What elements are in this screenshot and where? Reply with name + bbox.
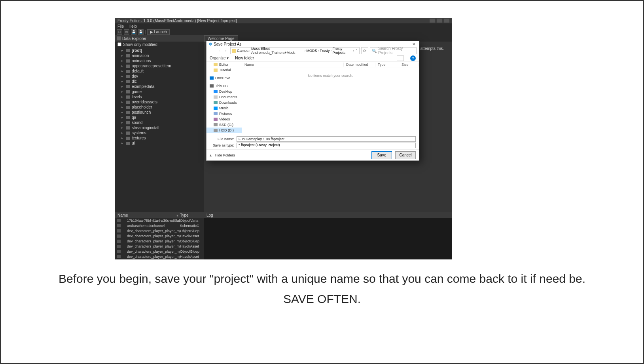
breadcrumb-segment[interactable]: Games — [237, 49, 248, 53]
title-bar: Frosty Editor - 1.0.0 (MassEffectAndrome… — [115, 18, 452, 23]
column-name[interactable]: Name — [115, 213, 176, 217]
sidebar-item[interactable]: Downloads — [206, 100, 242, 105]
dialog-footer: ▴ Hide Folders Save Cancel — [206, 149, 419, 160]
asset-row[interactable]: dev_characters_player_player_mp_humanHav… — [115, 244, 204, 249]
column-dropdown-icon[interactable]: ▾ — [176, 213, 180, 217]
breadcrumb-segment[interactable]: Frosty Projects — [332, 47, 352, 55]
save-type-label: Save as type: — [210, 143, 234, 147]
dialog-close-button[interactable]: ✕ — [411, 42, 417, 46]
dialog-nav: ← → ↑ Games›Mass Effect Andromeda_Traine… — [206, 47, 419, 55]
log-header: Log — [204, 212, 452, 218]
save-button[interactable]: Save — [371, 151, 392, 159]
sidebar-item[interactable]: Documents — [206, 94, 242, 100]
forward-button[interactable]: → — [216, 48, 222, 53]
col-type[interactable]: Type — [375, 63, 399, 67]
menu-bar: File Help — [115, 23, 452, 29]
column-type[interactable]: Type — [180, 213, 204, 217]
tree-item[interactable]: ▸appearancepresetitem — [115, 63, 204, 69]
sidebar-item[interactable]: Music — [206, 105, 242, 111]
tree-item[interactable]: ▸animations — [115, 58, 204, 63]
tree-item[interactable]: ▸textures — [115, 135, 204, 141]
save-icon[interactable]: 💾 — [131, 29, 136, 35]
tree-item[interactable]: ▸dlc — [115, 79, 204, 84]
col-date[interactable]: Date modified — [344, 63, 375, 67]
col-size[interactable]: Size — [399, 63, 419, 67]
show-only-modified-input[interactable] — [117, 42, 121, 46]
slide-caption: Before you begin, save your "project" wi… — [1, 269, 643, 309]
help-button[interactable]: ? — [410, 55, 416, 61]
chevron-up-icon[interactable]: ▴ — [210, 153, 212, 157]
asset-list[interactable]: 17b104aa-75bf-41a4-a30c-ed0fab2c57a8_Obj… — [115, 218, 204, 259]
breadcrumb-segment[interactable]: Mass Effect Andromeda_Trainers+Mods — [251, 47, 303, 55]
tree-item[interactable]: ▸[root] — [115, 48, 204, 53]
sidebar-item[interactable]: This PC — [206, 83, 242, 89]
close-button[interactable] — [444, 19, 449, 23]
menu-file[interactable]: File — [117, 24, 124, 29]
sidebar-item[interactable]: Editor — [206, 62, 242, 67]
tree-item[interactable]: ▸placeholder — [115, 105, 204, 110]
tree-item[interactable]: ▸exampledata — [115, 84, 204, 89]
refresh-button[interactable]: ⟳ — [361, 47, 368, 54]
sidebar-item[interactable]: HDD (D:) — [206, 128, 242, 133]
tree-item[interactable]: ▸sound — [115, 120, 204, 125]
tree-item[interactable]: ▸overrideassets — [115, 99, 204, 105]
show-only-modified-checkbox[interactable]: Show only modified — [115, 42, 204, 47]
dialog-title: Save Project As — [214, 42, 411, 46]
sidebar-item[interactable]: SSD (C:) — [206, 122, 242, 128]
open-icon[interactable]: ▭ — [124, 29, 129, 35]
dialog-sidebar[interactable]: EditorTutorialOneDriveThis PCDesktopDocu… — [206, 62, 242, 135]
asset-row[interactable]: dev_characters_player_player_mp_humanObj… — [115, 249, 204, 254]
sidebar-item[interactable]: Pictures — [206, 111, 242, 116]
organize-menu[interactable]: Organize ▾ — [210, 56, 229, 60]
toolbar: □ ▭ 💾 💾 ▶ Launch — [115, 29, 452, 35]
asset-list-panel: Name ▾ Type 17b104aa-75bf-41a4-a30c-ed0f… — [115, 212, 204, 259]
maximize-button[interactable] — [437, 19, 442, 23]
file-list-empty: No items match your search. — [242, 67, 419, 135]
breadcrumb-segment[interactable]: MODS — [306, 49, 317, 53]
file-name-label: File name: — [210, 137, 234, 141]
tree-item[interactable]: ▸ui — [115, 141, 204, 146]
sidebar-item[interactable]: Videos — [206, 116, 242, 122]
database-icon — [117, 36, 121, 40]
menu-help[interactable]: Help — [129, 24, 137, 29]
tree-item[interactable]: ▸systems — [115, 130, 204, 135]
breadcrumb-segment[interactable]: Frosty — [320, 49, 330, 53]
asset-row[interactable]: dev_characters_player_player_mp_angaraOb… — [115, 228, 204, 233]
file-name-input[interactable] — [237, 136, 416, 142]
cancel-button[interactable]: Cancel — [395, 151, 416, 159]
hide-folders-link[interactable]: Hide Folders — [215, 153, 235, 157]
col-name[interactable]: Name — [242, 63, 344, 67]
save-type-select[interactable]: *.fbproject (Frosty Project) — [237, 143, 416, 148]
folder-tree[interactable]: ▸[root]▸animation▸animations▸appearancep… — [115, 47, 204, 212]
tree-item[interactable]: ▸qa — [115, 115, 204, 120]
search-input[interactable]: 🔍 Search Frosty Projects — [370, 47, 417, 54]
back-button[interactable]: ← — [209, 48, 214, 53]
asset-row[interactable]: 17b104aa-75bf-41a4-a30c-ed0fab2c57a8_Obj… — [115, 218, 204, 223]
up-button[interactable]: ↑ — [223, 48, 229, 53]
minimize-button[interactable] — [430, 19, 435, 23]
sidebar-item[interactable]: Tutorial — [206, 67, 242, 73]
dialog-toolbar: Organize ▾ New folder ? — [206, 55, 419, 62]
asset-row[interactable]: arubaschematicchannelSchematicC — [115, 223, 204, 228]
tree-item[interactable]: ▸default — [115, 69, 204, 74]
log-panel: Log — [204, 212, 452, 259]
view-options-button[interactable] — [397, 55, 404, 61]
launch-button[interactable]: ▶ Launch — [147, 29, 170, 35]
tree-item[interactable]: ▸levels — [115, 94, 204, 99]
new-folder-button[interactable]: New folder — [235, 56, 254, 60]
data-explorer-panel: Data Explorer Show only modified ▸[root]… — [115, 35, 204, 212]
tree-item[interactable]: ▸game — [115, 89, 204, 94]
tree-item[interactable]: ▸dev — [115, 74, 204, 79]
tree-item[interactable]: ▸streaminginstall — [115, 125, 204, 130]
tree-item[interactable]: ▸animation — [115, 53, 204, 58]
sidebar-item[interactable]: Desktop — [206, 89, 242, 94]
tree-item[interactable]: ▸postlaunch — [115, 110, 204, 115]
asset-row[interactable]: dev_characters_player_player_mp_angaraHa… — [115, 233, 204, 238]
asset-row[interactable]: dev_characters_player_player_mp_humanHav… — [115, 254, 204, 259]
save-as-icon[interactable]: 💾 — [138, 29, 144, 35]
new-icon[interactable]: □ — [117, 29, 122, 35]
sidebar-item[interactable]: OneDrive — [206, 75, 242, 81]
breadcrumb-bar[interactable]: Games›Mass Effect Andromeda_Trainers+Mod… — [230, 47, 360, 54]
snowflake-icon: ✽ — [209, 42, 212, 46]
asset-row[interactable]: dev_characters_player_player_mp_humanObj… — [115, 238, 204, 244]
